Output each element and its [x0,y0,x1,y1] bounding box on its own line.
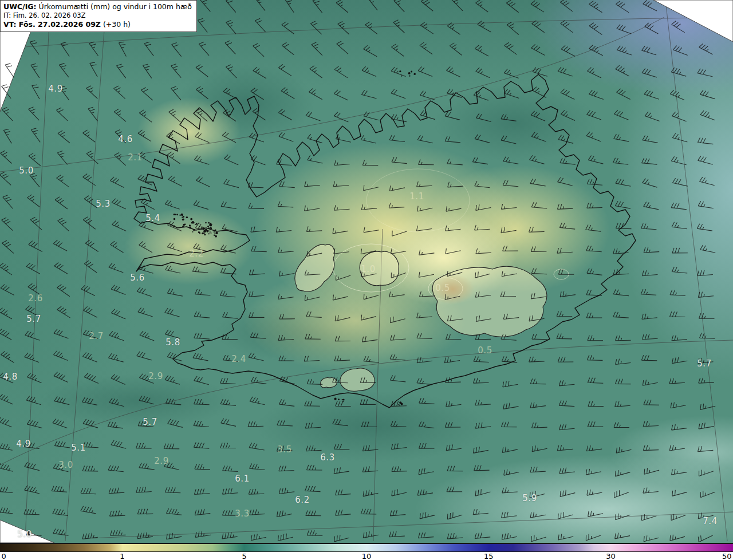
contour-label: 4.9 [16,439,30,449]
colorbar-tick-30: 30 [606,552,616,560]
contour-label: 0.5 [435,283,450,293]
colorbar-gradient-strip [0,544,733,552]
forecast-title-box: UWC/IG: Úrkomumætti (mm) og vindur i 100… [0,0,197,32]
contour-label: 5.0 [17,529,31,539]
model-and-parameter: UWC/IG: Úrkomumætti (mm) og vindur i 100… [3,2,192,11]
contour-label: 5.3 [96,199,110,209]
colorbar-tick-0: 0 [2,552,6,560]
valid-time: VT: Fös. 27.02.2026 09Z (+30 h) [3,20,192,29]
contour-label: 5.1 [71,443,85,453]
contour-labels-layer: 5.94.94.65.05.35.45.65.75.84.85.74.95.16… [0,0,733,543]
parameter-label: Úrkomumætti (mm) og vindur i 100m hæð [39,2,192,11]
contour-label: 5.7 [26,314,41,324]
init-time: IT: Fim. 26. 02. 2026 03Z [3,11,192,20]
contour-label: 1.1 [409,191,424,202]
weather-forecast-image: 5.94.94.65.05.35.45.65.75.84.85.74.95.16… [0,0,733,560]
contour-label: 4.8 [3,372,17,382]
contour-label: 2.4 [231,354,246,364]
colorbar-tick-labels: 01510153050 [0,551,733,560]
contour-label: 5.6 [130,273,144,283]
contour-label: 5.7 [143,417,157,427]
valid-time-bold: VT: Fös. 27.02.2026 09Z [3,20,101,29]
model-name: UWC/IG: [3,2,37,11]
contour-label: 5.0 [19,165,33,176]
lead-time: (+30 h) [103,20,131,29]
contour-label: 1.0 [361,264,375,274]
contour-label: 6.2 [295,495,309,505]
contour-label: 5.9 [522,493,537,503]
colorbar-tick-15: 15 [484,552,494,560]
contour-label: 3.0 [58,460,73,470]
contour-label: 2.9 [154,456,168,466]
contour-label: 2.7 [89,331,103,341]
map-canvas: 5.94.94.65.05.35.45.65.75.84.85.74.95.16… [0,0,733,543]
contour-label: 6.3 [320,452,334,463]
contour-label: 0.5 [478,345,492,356]
colorbar-tick-10: 10 [362,552,372,560]
contour-label: 3.3 [235,508,249,519]
contour-label: 2.2 [189,249,203,259]
contour-label: 4.6 [118,134,132,144]
contour-label: 5.7 [697,358,711,369]
contour-label: 3.5 [277,444,291,455]
contour-label: 2.9 [148,371,163,381]
precip-colorbar: 01510153050 [0,543,733,560]
contour-label: 7.4 [703,516,717,526]
contour-label: 5.4 [145,213,160,223]
contour-label: 2.6 [28,293,42,303]
contour-label: 4.9 [48,84,62,94]
colorbar-tick-5: 5 [242,552,246,560]
contour-label: 5.8 [165,337,180,348]
contour-label: 2.1 [128,152,142,163]
colorbar-tick-50: 50 [722,552,732,560]
colorbar-tick-1: 1 [120,552,124,560]
contour-label: 6.1 [235,474,249,484]
